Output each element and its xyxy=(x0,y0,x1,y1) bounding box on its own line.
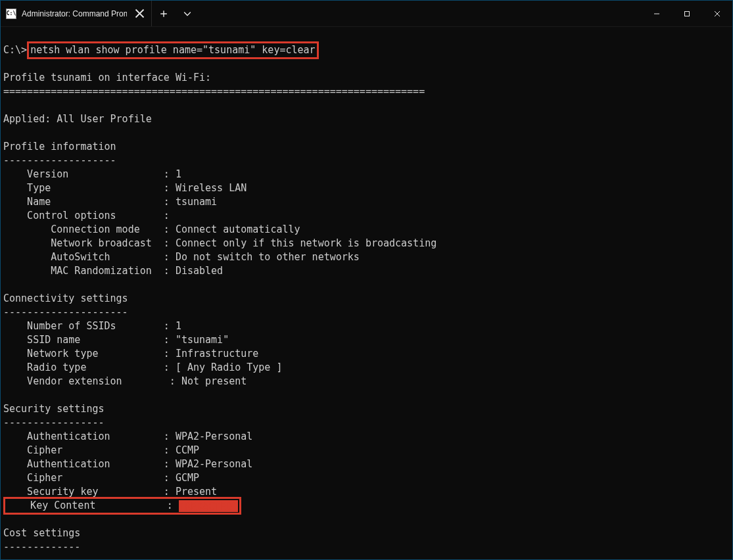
highlight-key-content: Key Content : [REDACTED] xyxy=(3,497,241,515)
profile-header: Profile tsunami on interface Wi-Fi: xyxy=(3,71,730,85)
output-row: Radio type : [ Any Radio Type ] xyxy=(3,361,730,375)
cmd-icon: C:\ xyxy=(6,9,16,19)
terminal-output[interactable]: C:\>netsh wlan show profile name="tsunam… xyxy=(1,27,732,559)
svg-rect-0 xyxy=(685,12,690,16)
output-row: Cipher : CCMP xyxy=(3,444,730,457)
section-title: Connectivity settings xyxy=(3,292,730,306)
output-row: MAC Randomization : Disabled xyxy=(3,264,730,278)
redacted-value: [REDACTED] xyxy=(179,500,238,512)
titlebar[interactable]: C:\ Administrator: Command Prompt xyxy=(1,1,732,27)
output-row: SSID name : "tsunami" xyxy=(3,333,730,347)
output-row: Version : 1 xyxy=(3,168,730,181)
output-row: Connection mode : Connect automatically xyxy=(3,223,730,237)
new-tab-button[interactable] xyxy=(152,1,176,26)
maximize-icon xyxy=(684,11,690,17)
tab-cmd[interactable]: C:\ Administrator: Command Prompt xyxy=(1,1,152,26)
applied-line: Applied: All User Profile xyxy=(3,112,730,126)
plus-icon xyxy=(160,10,168,18)
output-row: Type : Wireless LAN xyxy=(3,181,730,195)
section-title: Profile information xyxy=(3,140,730,154)
prompt-line: C:\>netsh wlan show profile name="tsunam… xyxy=(3,43,730,57)
output-row: Authentication : WPA2-Personal xyxy=(3,430,730,444)
output-row: Vendor extension : Not present xyxy=(3,375,730,388)
output-row: Control options : xyxy=(3,209,730,223)
section-title: Cost settings xyxy=(3,526,730,540)
close-window-button[interactable] xyxy=(702,1,732,27)
window-controls xyxy=(642,1,732,26)
section-dash: --------------------- xyxy=(3,306,730,319)
divider: ========================================… xyxy=(3,85,730,99)
close-icon xyxy=(135,9,145,18)
section-title: Security settings xyxy=(3,402,730,416)
section-dash: ----------------- xyxy=(3,416,730,430)
output-row: AutoSwitch : Do not switch to other netw… xyxy=(3,250,730,264)
titlebar-drag-area[interactable] xyxy=(199,1,642,26)
output-row: Name : tsunami xyxy=(3,195,730,209)
close-icon xyxy=(714,11,721,17)
minimize-icon xyxy=(653,11,660,17)
tab-label: Administrator: Command Prompt xyxy=(22,9,127,18)
maximize-button[interactable] xyxy=(672,1,702,27)
minimize-button[interactable] xyxy=(642,1,672,27)
output-row: Key Content : [REDACTED] xyxy=(3,499,730,513)
output-row: Network type : Infrastructure xyxy=(3,347,730,361)
output-row: Number of SSIDs : 1 xyxy=(3,319,730,333)
tabs: C:\ Administrator: Command Prompt xyxy=(1,1,152,26)
close-tab-button[interactable] xyxy=(135,9,145,19)
section-dash: ------------------- xyxy=(3,154,730,168)
output-row: Authentication : WPA2-Personal xyxy=(3,457,730,471)
output-row: Network broadcast : Connect only if this… xyxy=(3,237,730,250)
tab-dropdown-button[interactable] xyxy=(176,1,199,26)
output-row: Cipher : GCMP xyxy=(3,471,730,485)
terminal-window: C:\ Administrator: Command Prompt xyxy=(0,0,733,560)
section-dash: ------------- xyxy=(3,540,730,554)
chevron-down-icon xyxy=(183,10,191,18)
highlight-command: netsh wlan show profile name="tsunami" k… xyxy=(27,41,318,59)
